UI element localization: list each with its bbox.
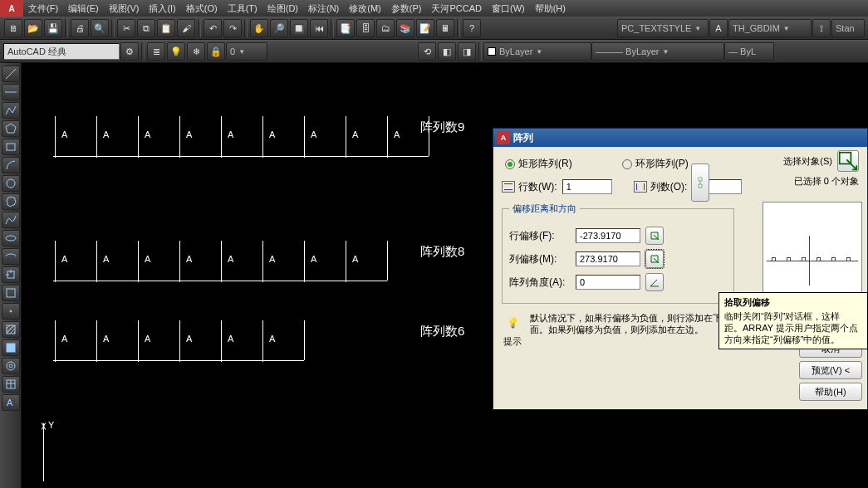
print-icon[interactable]: 🖨	[71, 19, 89, 37]
sheet-set-icon[interactable]: 📚	[396, 19, 414, 37]
textstyle-dropdown[interactable]: PC_TEXTSTYLE▼	[617, 19, 709, 37]
point-tool-icon[interactable]	[2, 303, 20, 320]
layer-dropdown[interactable]: 0▼	[226, 42, 267, 61]
color-dropdown[interactable]: ByLayer▼	[483, 42, 591, 61]
save-icon[interactable]: 💾	[44, 19, 62, 37]
calc-icon[interactable]: 🖩	[436, 19, 454, 37]
tick-cross-icon	[53, 279, 56, 282]
select-objects-button[interactable]	[837, 150, 859, 172]
ellipse-arc-icon[interactable]	[2, 248, 20, 265]
insert-block-icon[interactable]	[2, 266, 20, 283]
array-row-label: 阵列数6	[420, 324, 464, 339]
help-button[interactable]: 帮助(H)	[799, 383, 862, 401]
markup-icon[interactable]: 📝	[416, 19, 434, 37]
workspace-settings-icon[interactable]: ⚙	[120, 42, 139, 61]
array-tick	[304, 320, 305, 360]
copy-icon[interactable]: ⧉	[137, 19, 155, 37]
array-item-label: A	[61, 254, 67, 264]
menu-item[interactable]: 文件(F)	[23, 2, 63, 15]
zoom-icon[interactable]: 🔎	[270, 19, 288, 37]
array-angle-input[interactable]	[576, 275, 640, 290]
preview-button[interactable]: 预览(V) <	[799, 361, 862, 379]
circle-tool-icon[interactable]	[2, 175, 20, 192]
make-block-icon[interactable]	[2, 285, 20, 301]
plot-preview-icon[interactable]: 🔍	[91, 19, 109, 37]
rectangular-array-radio[interactable]: 矩形阵列(R)	[505, 157, 572, 171]
polyline-tool-icon[interactable]	[2, 102, 20, 119]
paste-icon[interactable]: 📋	[157, 19, 175, 37]
menu-item[interactable]: 插入(I)	[144, 2, 180, 15]
zoom-window-icon[interactable]: 🔲	[290, 19, 308, 37]
pick-col-offset-button[interactable]	[645, 250, 664, 268]
offset-fieldset: 偏移距离和方向 行偏移(F): 列偏移(M): 阵列角度(A):	[502, 203, 734, 304]
layers-icon[interactable]: ≣	[147, 42, 165, 61]
spline-tool-icon[interactable]	[2, 212, 20, 228]
tool-palettes-icon[interactable]: 🗂	[376, 19, 395, 37]
properties-icon[interactable]: 📑	[336, 19, 355, 37]
polygon-tool-icon[interactable]	[2, 120, 20, 137]
open-file-icon[interactable]: 📂	[24, 19, 42, 37]
pick-both-offset-button[interactable]	[691, 163, 709, 202]
linetype-dropdown[interactable]: ——— ByLayer▼	[591, 42, 724, 61]
menu-item[interactable]: 格式(O)	[181, 2, 223, 15]
menu-item[interactable]: 绘图(D)	[262, 2, 303, 15]
tick-cross-icon	[95, 279, 98, 282]
layer-freeze-icon[interactable]: ❄	[187, 42, 205, 61]
new-file-icon[interactable]: 🗎	[4, 19, 22, 37]
help-icon[interactable]: ?	[463, 19, 481, 37]
array-tick	[96, 241, 97, 281]
row-offset-input[interactable]	[576, 228, 640, 243]
menu-item[interactable]: 窗口(W)	[487, 2, 530, 15]
array-item-label: A	[394, 129, 400, 139]
pick-row-offset-button[interactable]	[645, 227, 664, 245]
pan-icon[interactable]: ✋	[250, 19, 268, 37]
workspace-combo[interactable]: AutoCAD 经典	[3, 43, 120, 60]
cut-icon[interactable]: ✂	[117, 19, 135, 37]
menu-item[interactable]: 标注(N)	[303, 2, 344, 15]
layer-states-icon[interactable]: 💡	[167, 42, 185, 61]
table-tool-icon[interactable]	[2, 376, 20, 393]
ellipse-tool-icon[interactable]	[2, 230, 20, 246]
menu-item[interactable]: 帮助(H)	[530, 2, 571, 15]
menu-item[interactable]: 编辑(E)	[63, 2, 104, 15]
design-center-icon[interactable]: 🗄	[356, 19, 375, 37]
hatch-tool-icon[interactable]	[2, 321, 20, 338]
match-icon[interactable]: 🖌	[177, 19, 195, 37]
dimstyle-btn-icon[interactable]: ⟟	[812, 19, 831, 37]
redo-icon[interactable]: ↷	[223, 19, 242, 37]
pick-angle-button[interactable]	[645, 273, 664, 291]
dimstyle-dropdown[interactable]: TH_GBDIM▼	[728, 19, 812, 37]
menu-bar: A 文件(F)编辑(E)视图(V)插入(I)格式(O)工具(T)绘图(D)标注(…	[0, 0, 868, 17]
line-tool-icon[interactable]	[2, 66, 20, 82]
layer-prev-icon[interactable]: ⟲	[418, 42, 436, 61]
layer-iso-icon[interactable]: ◧	[438, 42, 456, 61]
layer-lock-icon[interactable]: 🔒	[207, 42, 225, 61]
undo-icon[interactable]: ↶	[204, 19, 222, 37]
tick-cross-icon	[95, 359, 98, 362]
menu-item[interactable]: 天河PCCAD	[426, 2, 487, 15]
menu-item[interactable]: 参数(P)	[386, 2, 427, 15]
menu-item[interactable]: 修改(M)	[344, 2, 386, 15]
tick-cross-icon	[219, 359, 223, 362]
array-item-label: A	[352, 129, 358, 139]
tablestyle-dropdown[interactable]: Stan	[831, 19, 865, 37]
layer-match-icon[interactable]: ◨	[458, 42, 476, 61]
mtext-tool-icon[interactable]: A	[2, 394, 20, 411]
rows-input[interactable]	[562, 179, 612, 194]
construction-line-icon[interactable]	[2, 84, 20, 100]
menu-item[interactable]: 视图(V)	[104, 2, 145, 15]
svg-point-2	[6, 236, 16, 241]
dialog-titlebar[interactable]: A 阵列	[493, 129, 867, 147]
arc-tool-icon[interactable]	[2, 157, 20, 173]
menu-item[interactable]: 工具(T)	[223, 2, 262, 15]
rectangle-tool-icon[interactable]	[2, 139, 20, 155]
col-offset-input[interactable]	[576, 251, 640, 266]
region-tool-icon[interactable]	[2, 358, 20, 374]
zoom-prev-icon[interactable]: ⏮	[310, 19, 328, 37]
revision-cloud-icon[interactable]	[2, 193, 20, 210]
array-item-label: A	[61, 129, 67, 139]
lineweight-dropdown[interactable]: — ByL	[724, 42, 774, 61]
textstyle-btn-icon[interactable]: A	[709, 19, 728, 37]
gradient-tool-icon[interactable]	[2, 339, 20, 356]
polar-array-radio[interactable]: 环形阵列(P)	[622, 157, 689, 171]
